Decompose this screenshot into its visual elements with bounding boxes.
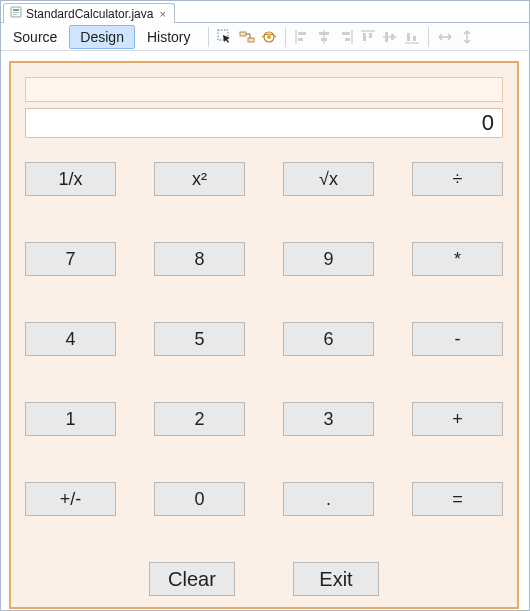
digit-8-button[interactable]: 8 xyxy=(154,242,245,276)
svg-rect-11 xyxy=(298,38,303,41)
close-icon[interactable]: × xyxy=(157,8,167,20)
button-grid: 1/x x² √x ÷ 7 8 9 * 4 5 6 - 1 2 3 + +/- … xyxy=(25,162,503,516)
digit-1-button[interactable]: 1 xyxy=(25,402,116,436)
svg-rect-22 xyxy=(385,32,388,42)
multiply-button[interactable]: * xyxy=(412,242,503,276)
resize-h-icon[interactable] xyxy=(436,28,454,46)
svg-rect-13 xyxy=(319,32,329,35)
svg-rect-6 xyxy=(248,38,254,42)
digit-5-button[interactable]: 5 xyxy=(154,322,245,356)
display-history xyxy=(25,77,503,102)
svg-rect-26 xyxy=(413,36,416,41)
svg-rect-5 xyxy=(240,32,246,36)
digit-3-button[interactable]: 3 xyxy=(283,402,374,436)
tab-design[interactable]: Design xyxy=(69,25,135,49)
exit-button[interactable]: Exit xyxy=(293,562,379,596)
sqrt-button[interactable]: √x xyxy=(283,162,374,196)
svg-rect-17 xyxy=(345,38,350,41)
svg-rect-2 xyxy=(13,12,19,13)
tab-history[interactable]: History xyxy=(137,26,201,48)
separator xyxy=(428,27,429,47)
digit-6-button[interactable]: 6 xyxy=(283,322,374,356)
negate-button[interactable]: +/- xyxy=(25,482,116,516)
divide-button[interactable]: ÷ xyxy=(412,162,503,196)
align-top-icon[interactable] xyxy=(359,28,377,46)
svg-rect-19 xyxy=(363,33,366,41)
svg-rect-23 xyxy=(391,34,394,40)
align-left-icon[interactable] xyxy=(293,28,311,46)
add-button[interactable]: + xyxy=(412,402,503,436)
file-tab-bar: StandardCalculator.java × xyxy=(1,1,529,23)
clear-button[interactable]: Clear xyxy=(149,562,235,596)
svg-rect-20 xyxy=(369,33,372,38)
svg-rect-1 xyxy=(13,9,19,11)
digit-4-button[interactable]: 4 xyxy=(25,322,116,356)
digit-9-button[interactable]: 9 xyxy=(283,242,374,276)
digit-7-button[interactable]: 7 xyxy=(25,242,116,276)
align-center-h-icon[interactable] xyxy=(315,28,333,46)
file-tab-label: StandardCalculator.java xyxy=(26,7,153,21)
align-center-v-icon[interactable] xyxy=(381,28,399,46)
reciprocal-button[interactable]: 1/x xyxy=(25,162,116,196)
digit-2-button[interactable]: 2 xyxy=(154,402,245,436)
digit-0-button[interactable]: 0 xyxy=(154,482,245,516)
svg-rect-10 xyxy=(298,32,306,35)
design-canvas: 0 1/x x² √x ÷ 7 8 9 * 4 5 6 - 1 2 3 + +/… xyxy=(1,51,529,609)
editor-toolbar: Source Design History xyxy=(1,23,529,51)
decimal-button[interactable]: . xyxy=(283,482,374,516)
bottom-row: Clear Exit xyxy=(25,562,503,596)
separator xyxy=(208,27,209,47)
java-file-icon xyxy=(10,6,22,21)
selection-mode-icon[interactable] xyxy=(216,28,234,46)
file-tab[interactable]: StandardCalculator.java × xyxy=(3,3,175,23)
square-button[interactable]: x² xyxy=(154,162,245,196)
equals-button[interactable]: = xyxy=(412,482,503,516)
separator xyxy=(285,27,286,47)
connection-mode-icon[interactable] xyxy=(238,28,256,46)
svg-rect-16 xyxy=(342,32,350,35)
display-main: 0 xyxy=(25,108,503,138)
align-bottom-icon[interactable] xyxy=(403,28,421,46)
align-right-icon[interactable] xyxy=(337,28,355,46)
subtract-button[interactable]: - xyxy=(412,322,503,356)
svg-rect-14 xyxy=(321,38,327,41)
tab-source[interactable]: Source xyxy=(3,26,67,48)
calculator-panel: 0 1/x x² √x ÷ 7 8 9 * 4 5 6 - 1 2 3 + +/… xyxy=(9,61,519,609)
preview-icon[interactable] xyxy=(260,28,278,46)
resize-v-icon[interactable] xyxy=(458,28,476,46)
svg-point-8 xyxy=(267,35,271,39)
svg-rect-3 xyxy=(13,14,17,15)
svg-rect-25 xyxy=(407,33,410,41)
